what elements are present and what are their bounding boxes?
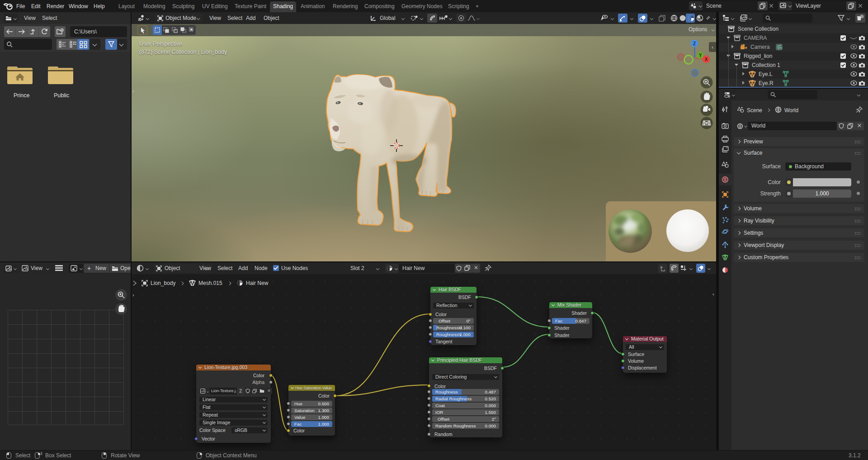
svg-text:Z: Z xyxy=(693,41,696,46)
svg-text:X: X xyxy=(705,57,708,62)
svg-text:Y: Y xyxy=(699,53,702,58)
